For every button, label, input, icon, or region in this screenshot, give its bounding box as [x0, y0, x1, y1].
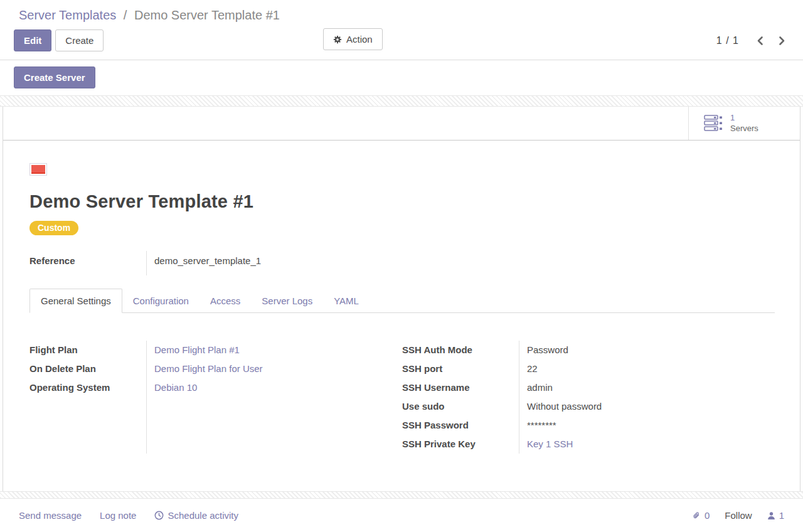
- field-label-ssh-password: SSH Password: [402, 416, 519, 435]
- tab-server-logs[interactable]: Server Logs: [251, 289, 323, 312]
- breadcrumb-current: Demo Server Template #1: [134, 8, 280, 22]
- field-label-ssh-private-key: SSH Private Key: [402, 435, 519, 454]
- field-label-use-sudo: Use sudo: [402, 397, 519, 416]
- followers-button[interactable]: 1: [767, 510, 784, 521]
- tab-configuration[interactable]: Configuration: [122, 289, 199, 312]
- color-swatch-fill: [31, 165, 45, 174]
- followers-count: 1: [779, 510, 784, 521]
- field-label-ssh-username: SSH Username: [402, 378, 519, 397]
- schedule-activity-button[interactable]: Schedule activity: [154, 510, 238, 521]
- tab-yaml[interactable]: YAML: [323, 289, 370, 312]
- field-label-operating-system: Operating System: [29, 378, 146, 397]
- action-button-label: Action: [346, 35, 373, 44]
- field-label-flight-plan: Flight Plan: [29, 341, 146, 359]
- pager-next-button[interactable]: [779, 36, 785, 46]
- field-value-ssh-private-key-link[interactable]: Key 1 SSH: [527, 435, 775, 454]
- paperclip-icon: [692, 511, 701, 521]
- pager-count: 1 / 1: [716, 35, 739, 46]
- edit-button[interactable]: Edit: [14, 29, 51, 51]
- tab-access[interactable]: Access: [199, 289, 251, 312]
- create-server-button[interactable]: Create Server: [14, 66, 95, 88]
- field-label-ssh-port: SSH port: [402, 359, 519, 378]
- field-group-left: Flight Plan On Delete Plan Operating Sys…: [29, 341, 402, 454]
- servers-label: Servers: [730, 124, 758, 134]
- color-swatch[interactable]: [29, 163, 47, 176]
- breadcrumb-parent-link[interactable]: Server Templates: [19, 8, 116, 22]
- field-value-ssh-auth-mode: Password: [527, 341, 775, 359]
- field-value-operating-system-link[interactable]: Debian 10: [154, 378, 402, 397]
- gear-icon: [333, 35, 342, 44]
- schedule-activity-label: Schedule activity: [168, 510, 238, 521]
- clock-icon: [154, 511, 164, 520]
- record-title: Demo Server Template #1: [29, 191, 775, 212]
- reference-value: demo_server_template_1: [154, 255, 261, 266]
- send-message-button[interactable]: Send message: [19, 510, 82, 521]
- field-value-use-sudo: Without password: [527, 397, 775, 416]
- pager-previous-button[interactable]: [757, 36, 763, 46]
- create-button[interactable]: Create: [55, 29, 104, 51]
- field-value-ssh-username: admin: [527, 378, 775, 397]
- field-value-ssh-port: 22: [527, 359, 775, 378]
- object-buttons-row: Create Server: [0, 60, 803, 95]
- form-sheet: 1 Servers Demo Server Template #1 Custom…: [3, 107, 800, 491]
- attachments-count: 0: [705, 510, 710, 521]
- person-icon: [767, 511, 775, 520]
- reference-field-row: Reference demo_server_template_1: [29, 251, 775, 275]
- breadcrumb: Server Templates / Demo Server Template …: [0, 0, 803, 23]
- follow-button[interactable]: Follow: [725, 510, 752, 521]
- servers-stat-button[interactable]: 1 Servers: [688, 107, 800, 140]
- custom-badge: Custom: [29, 221, 78, 235]
- servers-icon: [704, 115, 723, 132]
- breadcrumb-separator: /: [120, 8, 131, 22]
- stat-button-strip: 1 Servers: [3, 107, 800, 141]
- servers-count: 1: [730, 113, 758, 123]
- control-panel-buttons: Edit Create Action 1 / 1: [0, 23, 803, 60]
- log-note-button[interactable]: Log note: [100, 510, 136, 521]
- tab-page-general-settings: Flight Plan On Delete Plan Operating Sys…: [29, 341, 775, 491]
- notebook-tabs: General Settings Configuration Access Se…: [29, 289, 775, 313]
- action-button[interactable]: Action: [323, 28, 383, 50]
- chatter-bar: Send message Log note Schedule activity …: [0, 499, 803, 532]
- field-group-right: SSH Auth Mode SSH port SSH Username Use …: [402, 341, 775, 454]
- field-value-on-delete-plan-link[interactable]: Demo Flight Plan for User: [154, 359, 402, 378]
- field-label-ssh-auth-mode: SSH Auth Mode: [402, 341, 519, 359]
- tab-general-settings[interactable]: General Settings: [29, 289, 122, 313]
- field-value-ssh-password: ********: [527, 416, 775, 435]
- field-label-on-delete-plan: On Delete Plan: [29, 359, 146, 378]
- pager: 1 / 1: [716, 35, 785, 46]
- background-hatch-bottom: [0, 491, 803, 499]
- background-hatch-top: [0, 95, 803, 107]
- field-value-flight-plan-link[interactable]: Demo Flight Plan #1: [154, 341, 402, 359]
- attachments-button[interactable]: 0: [692, 510, 710, 521]
- reference-label: Reference: [29, 251, 146, 275]
